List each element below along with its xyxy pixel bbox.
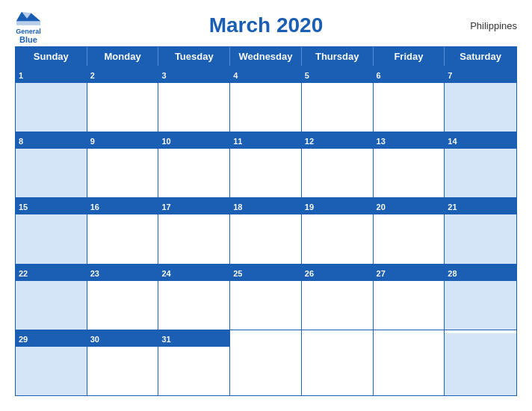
day-number: 2 [90, 71, 95, 80]
day-number: 26 [305, 269, 314, 278]
day-cell: 31 [158, 330, 230, 395]
day-number: 15 [19, 203, 28, 211]
day-cell: 23 [87, 265, 159, 330]
header-monday: Monday [87, 47, 159, 66]
day-number: 9 [90, 137, 95, 146]
day-cell: 5 [302, 67, 374, 132]
day-cell: 21 [445, 198, 516, 263]
calendar: Sunday Monday Tuesday Wednesday Thursday… [15, 46, 517, 396]
day-number: 30 [90, 335, 99, 344]
day-number: 24 [161, 269, 170, 278]
day-cell: 10 [158, 132, 230, 197]
header-friday: Friday [374, 47, 445, 66]
day-number: 14 [448, 137, 457, 146]
day-cell: 16 [87, 198, 159, 263]
day-number: 19 [305, 203, 314, 211]
logo-general: General [16, 28, 41, 36]
logo-blue: Blue [19, 35, 37, 45]
day-cell: 6 [374, 67, 445, 132]
header-wednesday: Wednesday [230, 47, 302, 66]
day-headers-row: Sunday Monday Tuesday Wednesday Thursday… [16, 47, 516, 66]
day-number: 6 [377, 71, 381, 80]
day-cell: 11 [230, 132, 302, 197]
day-number: 4 [233, 71, 238, 80]
page-title: March 2020 [209, 13, 324, 37]
country-label: Philippines [470, 20, 517, 31]
week-row-4: 22232425262728 [16, 264, 516, 330]
day-cell: 18 [230, 198, 302, 263]
day-number: 12 [305, 137, 314, 146]
day-number: 20 [377, 203, 386, 211]
day-cell: 27 [374, 265, 445, 330]
day-cell: 20 [374, 198, 445, 263]
day-cell: 9 [87, 132, 159, 197]
day-cell [302, 330, 374, 395]
day-cell: 29 [16, 330, 87, 395]
day-number: 11 [233, 137, 242, 146]
day-number: 5 [305, 71, 309, 80]
day-cell: 19 [302, 198, 374, 263]
day-cell: 1 [16, 67, 87, 132]
day-cell: 30 [87, 330, 159, 395]
day-cell: 4 [230, 67, 302, 132]
day-number: 13 [377, 137, 386, 146]
week-row-1: 1234567 [16, 66, 516, 132]
week-row-3: 15161718192021 [16, 197, 516, 263]
day-cell: 3 [158, 67, 230, 132]
day-cell: 8 [16, 132, 87, 197]
day-cell [445, 330, 516, 395]
day-number: 16 [90, 203, 99, 211]
day-number: 23 [90, 269, 99, 278]
week-row-2: 891011121314 [16, 132, 516, 197]
day-number: 27 [377, 269, 386, 278]
day-number: 25 [233, 269, 242, 278]
day-cell: 14 [445, 132, 516, 197]
day-cell: 17 [158, 198, 230, 263]
day-cell [374, 330, 445, 395]
header-saturday: Saturday [445, 47, 516, 66]
day-number: 7 [448, 71, 452, 80]
day-cell: 25 [230, 265, 302, 330]
day-number: 29 [19, 335, 28, 344]
week-row-5: 293031 [16, 330, 516, 395]
calendar-header: General Blue March 2020 Philippines [15, 7, 517, 40]
header-thursday: Thursday [302, 47, 374, 66]
header-tuesday: Tuesday [158, 47, 230, 66]
day-cell: 13 [374, 132, 445, 197]
day-cell: 28 [445, 265, 516, 330]
day-number: 21 [448, 203, 457, 211]
day-number: 18 [233, 203, 242, 211]
day-cell: 24 [158, 265, 230, 330]
day-cell [230, 330, 302, 395]
day-cell: 22 [16, 265, 87, 330]
day-number: 8 [19, 137, 23, 146]
day-cell: 26 [302, 265, 374, 330]
day-cell: 2 [87, 67, 159, 132]
day-number: 28 [448, 269, 457, 278]
day-number: 10 [161, 137, 170, 146]
day-number: 3 [161, 71, 166, 80]
day-number: 31 [161, 335, 170, 344]
day-number: 17 [161, 203, 170, 211]
day-cell: 7 [445, 67, 516, 132]
calendar-grid: 1234567891011121314151617181920212223242… [16, 66, 516, 395]
header-sunday: Sunday [16, 47, 87, 66]
day-number: 1 [19, 71, 23, 80]
logo: General Blue [15, 6, 42, 46]
day-cell: 12 [302, 132, 374, 197]
day-cell: 15 [16, 198, 87, 263]
day-number: 22 [19, 269, 28, 278]
